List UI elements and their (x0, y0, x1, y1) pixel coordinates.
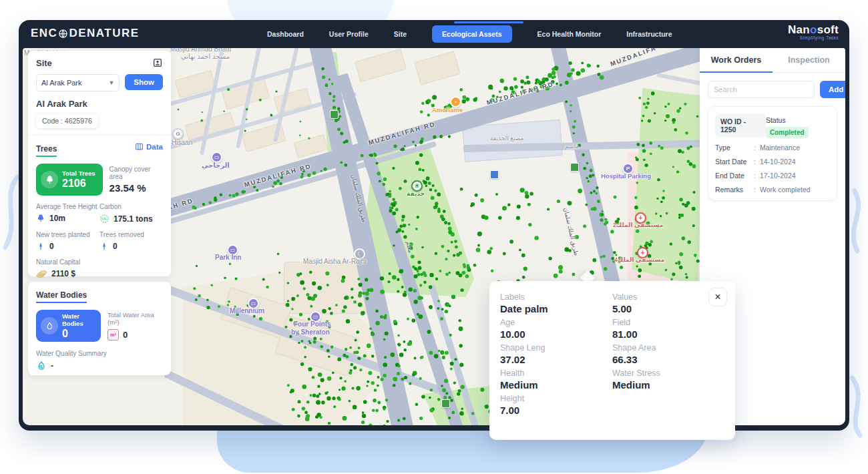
site-panel: Site Al Arak Park ▼ Show Al Arak Park Co… (28, 51, 171, 276)
feature-popup: × Labels Date palm Age 10.00 Shape Leng … (489, 281, 735, 440)
logo-text-right: DENATURE (69, 27, 139, 40)
main-nav: Dashboard User Profile Site Ecological A… (267, 20, 672, 48)
popup-field-label: Shape Area (612, 343, 724, 352)
nav-user-profile[interactable]: User Profile (329, 30, 369, 38)
site-select-value: Al Arak Park (41, 79, 82, 87)
popup-field-label: Water Stress (612, 369, 724, 378)
tab-work-orders[interactable]: Work Orders (700, 48, 773, 72)
popup-right-column: Values 5.00 Field 81.00 Shape Area 66.33… (612, 289, 724, 416)
water-drop-icon (41, 317, 58, 334)
water-card-value: 0 (62, 328, 96, 340)
map-label: الرجاجي (202, 162, 230, 169)
divider (28, 135, 171, 136)
map-label: by Sheraton (291, 328, 330, 336)
place-pin-icon[interactable]: G (172, 128, 184, 140)
work-order-row: Start Date14-10-2024 (715, 158, 830, 166)
nav-site[interactable]: Site (394, 30, 407, 38)
map-label: Amoflame (432, 106, 463, 113)
popup-field-value: 10.00 (500, 328, 612, 340)
route-shield-icon (330, 110, 339, 119)
route-shield-icon (570, 163, 579, 172)
water-area-value: 0 (123, 330, 128, 340)
panel-tabs: Work Orders Inspection (700, 48, 845, 73)
popup-field-label: Field (612, 318, 724, 327)
nav-ecological-assets[interactable]: Ecological Assets (432, 25, 511, 43)
nav-dashboard[interactable]: Dashboard (267, 30, 304, 38)
add-button[interactable]: Add (820, 81, 845, 98)
map-label: مصنع الحديقة (490, 135, 523, 142)
top-navbar: ENC DENATURE Dashboard User Profile Site… (19, 20, 849, 48)
popup-left-column: Labels Date palm Age 10.00 Shape Leng 37… (500, 289, 612, 416)
removed-label: Trees removed (99, 231, 163, 238)
map-label: مستشفى الملك4 (614, 256, 664, 263)
map-label: مستشفى الملك2 (613, 222, 663, 228)
water-quality-label: Water Quality Summary (36, 350, 163, 357)
work-order-row: End Date17-10-2024 (715, 172, 830, 180)
route-shield-icon (490, 170, 499, 179)
show-button[interactable]: Show (125, 74, 163, 90)
sapling-icon (99, 242, 109, 251)
site-name: Al Arak Park (36, 99, 163, 109)
map-label: مسجد احمد بهاتي (181, 53, 230, 60)
work-order-card[interactable]: WO ID - 1250 Status Completed TypeMainte… (708, 106, 837, 201)
work-order-row: RemarksWork completed (715, 186, 830, 194)
map-label: Millennium (230, 307, 264, 314)
popup-field-value: 5.00 (612, 303, 724, 314)
popup-field-value: 66.33 (612, 354, 724, 365)
carbon-value: 175.1 tons (114, 214, 153, 224)
popup-field-value: Medium (500, 379, 612, 391)
co2-icon: CO₂ (99, 214, 110, 224)
work-order-row: TypeMaintenance (715, 144, 830, 152)
tree-icon (36, 214, 45, 223)
map-label: حديقة (407, 190, 425, 197)
svg-text:CO₂: CO₂ (101, 217, 107, 220)
nav-eco-health-monitor[interactable]: Eco Health Monitor (537, 30, 602, 38)
map-label: Masjid Ahmad Bhatti (170, 48, 231, 53)
capital-value: 2110 $ (51, 269, 75, 278)
popup-field-label: Age (500, 318, 612, 327)
square-meter-icon: m² (107, 329, 119, 340)
site-code-badge: Code : 4625976 (36, 113, 98, 128)
status-label: Status (766, 116, 786, 124)
map-label: Hospital Parking (601, 172, 651, 180)
table-icon (135, 142, 144, 151)
search-input[interactable] (708, 81, 815, 98)
water-quality-value: - (51, 361, 53, 371)
nav-infrastructure[interactable]: Infrastructure (626, 30, 672, 38)
site-panel-title: Site (36, 58, 52, 68)
total-trees-card: Total Trees 2106 (36, 164, 103, 196)
popup-field-label: Shape Leng (500, 343, 612, 352)
water-panel: Water Bodies Water Bodies 0 Total Water … (28, 282, 171, 375)
popup-field-label: Labels (500, 292, 612, 302)
map-label: Park Inn (215, 254, 241, 261)
popup-field-label: Health (500, 369, 612, 378)
water-bodies-card: Water Bodies 0 (36, 310, 101, 342)
coins-icon (36, 270, 47, 278)
encodenature-logo[interactable]: ENC DENATURE (31, 27, 140, 40)
popup-field-value: 37.02 (500, 354, 612, 365)
avg-height-label: Average Tree Height (36, 203, 99, 210)
water-section-title: Water Bodies (36, 290, 87, 303)
chevron-down-icon: ▼ (108, 79, 114, 86)
popup-field-label: Values (612, 292, 724, 302)
close-icon[interactable]: × (708, 288, 727, 306)
total-trees-value: 2106 (62, 178, 95, 190)
planted-label: New trees planted (36, 231, 99, 238)
data-link[interactable]: Data (135, 142, 163, 151)
popup-field-value: Medium (612, 379, 724, 391)
work-order-id: WO ID - 1250 (715, 114, 766, 137)
export-icon[interactable] (152, 57, 163, 68)
tree-icon (41, 171, 58, 188)
capital-label: Natural Capital (36, 258, 163, 266)
logo-text-left: ENC (31, 27, 57, 40)
popup-field-label: Height (500, 394, 612, 403)
trees-section-title: Trees (36, 144, 57, 157)
water-quality-icon (36, 361, 47, 371)
site-select[interactable]: Al Arak Park ▼ (36, 74, 120, 91)
popup-field-value: 81.00 (612, 328, 724, 340)
tab-inspection[interactable]: Inspection (773, 48, 845, 72)
removed-value: 0 (113, 242, 118, 251)
total-trees-label: Total Trees (62, 170, 95, 177)
popup-field-value: Date palm (500, 303, 612, 314)
carbon-label: Carbon (99, 203, 163, 210)
